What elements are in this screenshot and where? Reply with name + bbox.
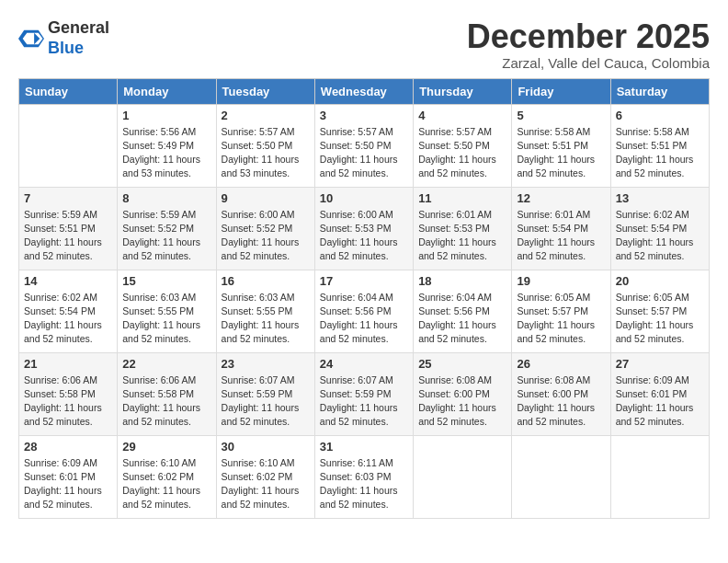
day-cell: [414, 435, 512, 518]
day-number: 12: [517, 191, 605, 205]
day-number: 5: [517, 109, 605, 122]
day-cell: 31Sunrise: 6:11 AMSunset: 6:03 PMDayligh…: [314, 435, 413, 518]
day-info: Sunrise: 5:57 AMSunset: 5:50 PMDaylight:…: [222, 125, 310, 181]
day-info: Sunrise: 6:03 AMSunset: 5:55 PMDaylight:…: [122, 291, 210, 347]
day-number: 11: [418, 191, 506, 205]
week-row-1: 1Sunrise: 5:56 AMSunset: 5:49 PMDaylight…: [19, 104, 710, 187]
day-cell: 28Sunrise: 6:09 AMSunset: 6:01 PMDayligh…: [19, 435, 118, 518]
day-number: 8: [122, 191, 210, 205]
day-number: 17: [320, 274, 408, 288]
col-header-saturday: Saturday: [610, 78, 709, 104]
day-info: Sunrise: 6:08 AMSunset: 6:00 PMDaylight:…: [418, 373, 506, 430]
day-info: Sunrise: 6:09 AMSunset: 6:01 PMDaylight:…: [616, 373, 704, 430]
day-info: Sunrise: 6:03 AMSunset: 5:55 PMDaylight:…: [222, 291, 310, 347]
logo-general-text: General: [48, 18, 109, 37]
day-number: 3: [320, 109, 408, 122]
month-title: December 2025: [467, 18, 710, 55]
day-cell: 1Sunrise: 5:56 AMSunset: 5:49 PMDaylight…: [118, 104, 216, 187]
day-info: Sunrise: 5:57 AMSunset: 5:50 PMDaylight:…: [418, 125, 506, 181]
day-info: Sunrise: 6:06 AMSunset: 5:58 PMDaylight:…: [122, 373, 210, 430]
location-text: Zarzal, Valle del Cauca, Colombia: [467, 55, 710, 71]
day-info: Sunrise: 5:58 AMSunset: 5:51 PMDaylight:…: [517, 125, 605, 181]
col-header-friday: Friday: [512, 78, 610, 104]
day-info: Sunrise: 6:10 AMSunset: 6:02 PMDaylight:…: [222, 456, 310, 512]
day-number: 31: [320, 440, 408, 454]
col-header-tuesday: Tuesday: [216, 78, 314, 104]
day-info: Sunrise: 6:04 AMSunset: 5:56 PMDaylight:…: [320, 291, 408, 347]
day-info: Sunrise: 6:01 AMSunset: 5:53 PMDaylight:…: [418, 208, 506, 264]
day-number: 10: [320, 191, 408, 205]
day-cell: 15Sunrise: 6:03 AMSunset: 5:55 PMDayligh…: [118, 270, 216, 352]
day-info: Sunrise: 6:11 AMSunset: 6:03 PMDaylight:…: [320, 456, 408, 512]
col-header-sunday: Sunday: [19, 78, 118, 104]
logo-blue-text: Blue: [48, 39, 84, 57]
day-cell: 11Sunrise: 6:01 AMSunset: 5:53 PMDayligh…: [414, 187, 512, 270]
day-number: 16: [222, 274, 310, 288]
day-cell: [19, 104, 118, 187]
day-number: 29: [122, 440, 210, 454]
day-cell: 4Sunrise: 5:57 AMSunset: 5:50 PMDaylight…: [414, 104, 512, 187]
day-info: Sunrise: 6:07 AMSunset: 5:59 PMDaylight:…: [320, 373, 408, 430]
day-cell: 17Sunrise: 6:04 AMSunset: 5:56 PMDayligh…: [314, 270, 413, 352]
day-cell: 29Sunrise: 6:10 AMSunset: 6:02 PMDayligh…: [118, 435, 216, 518]
day-number: 30: [222, 440, 310, 454]
day-cell: 12Sunrise: 6:01 AMSunset: 5:54 PMDayligh…: [512, 187, 610, 270]
week-row-3: 14Sunrise: 6:02 AMSunset: 5:54 PMDayligh…: [19, 270, 710, 352]
day-number: 6: [616, 109, 704, 122]
day-info: Sunrise: 6:05 AMSunset: 5:57 PMDaylight:…: [517, 291, 605, 347]
day-number: 19: [517, 274, 605, 288]
day-number: 28: [24, 440, 112, 454]
day-number: 2: [222, 109, 310, 122]
day-cell: 3Sunrise: 5:57 AMSunset: 5:50 PMDaylight…: [314, 104, 413, 187]
day-cell: [512, 435, 610, 518]
day-info: Sunrise: 5:56 AMSunset: 5:49 PMDaylight:…: [122, 125, 210, 181]
day-info: Sunrise: 5:59 AMSunset: 5:51 PMDaylight:…: [24, 208, 112, 264]
day-cell: 2Sunrise: 5:57 AMSunset: 5:50 PMDaylight…: [216, 104, 314, 187]
day-cell: 25Sunrise: 6:08 AMSunset: 6:00 PMDayligh…: [414, 352, 512, 435]
header-row: SundayMondayTuesdayWednesdayThursdayFrid…: [19, 78, 710, 104]
day-cell: 13Sunrise: 6:02 AMSunset: 5:54 PMDayligh…: [610, 187, 709, 270]
day-cell: 7Sunrise: 5:59 AMSunset: 5:51 PMDaylight…: [19, 187, 118, 270]
day-cell: 8Sunrise: 5:59 AMSunset: 5:52 PMDaylight…: [118, 187, 216, 270]
day-cell: 14Sunrise: 6:02 AMSunset: 5:54 PMDayligh…: [19, 270, 118, 352]
col-header-monday: Monday: [118, 78, 216, 104]
day-number: 22: [122, 357, 210, 371]
day-number: 9: [222, 191, 310, 205]
week-row-4: 21Sunrise: 6:06 AMSunset: 5:58 PMDayligh…: [19, 352, 710, 435]
day-cell: 23Sunrise: 6:07 AMSunset: 5:59 PMDayligh…: [216, 352, 314, 435]
day-info: Sunrise: 5:57 AMSunset: 5:50 PMDaylight:…: [320, 125, 408, 181]
week-row-2: 7Sunrise: 5:59 AMSunset: 5:51 PMDaylight…: [19, 187, 710, 270]
page-header: General Blue December 2025 Zarzal, Valle…: [18, 18, 710, 71]
day-cell: 10Sunrise: 6:00 AMSunset: 5:53 PMDayligh…: [314, 187, 413, 270]
day-info: Sunrise: 6:09 AMSunset: 6:01 PMDaylight:…: [24, 456, 112, 512]
day-info: Sunrise: 6:02 AMSunset: 5:54 PMDaylight:…: [24, 291, 112, 347]
day-number: 26: [517, 357, 605, 371]
day-number: 7: [24, 191, 112, 205]
day-info: Sunrise: 6:01 AMSunset: 5:54 PMDaylight:…: [517, 208, 605, 264]
day-cell: 24Sunrise: 6:07 AMSunset: 5:59 PMDayligh…: [314, 352, 413, 435]
day-number: 13: [616, 191, 704, 205]
day-number: 4: [418, 109, 506, 122]
day-cell: 22Sunrise: 6:06 AMSunset: 5:58 PMDayligh…: [118, 352, 216, 435]
day-number: 1: [122, 109, 210, 122]
col-header-thursday: Thursday: [414, 78, 512, 104]
day-cell: 5Sunrise: 5:58 AMSunset: 5:51 PMDaylight…: [512, 104, 610, 187]
day-info: Sunrise: 5:59 AMSunset: 5:52 PMDaylight:…: [122, 208, 210, 264]
day-number: 27: [616, 357, 704, 371]
day-info: Sunrise: 6:00 AMSunset: 5:53 PMDaylight:…: [320, 208, 408, 264]
day-number: 14: [24, 274, 112, 288]
col-header-wednesday: Wednesday: [314, 78, 413, 104]
day-cell: 9Sunrise: 6:00 AMSunset: 5:52 PMDaylight…: [216, 187, 314, 270]
day-number: 23: [222, 357, 310, 371]
day-cell: 20Sunrise: 6:05 AMSunset: 5:57 PMDayligh…: [610, 270, 709, 352]
day-cell: 21Sunrise: 6:06 AMSunset: 5:58 PMDayligh…: [19, 352, 118, 435]
day-cell: 27Sunrise: 6:09 AMSunset: 6:01 PMDayligh…: [610, 352, 709, 435]
day-cell: 30Sunrise: 6:10 AMSunset: 6:02 PMDayligh…: [216, 435, 314, 518]
day-cell: 26Sunrise: 6:08 AMSunset: 6:00 PMDayligh…: [512, 352, 610, 435]
day-info: Sunrise: 6:06 AMSunset: 5:58 PMDaylight:…: [24, 373, 112, 430]
day-number: 24: [320, 357, 408, 371]
logo-icon: [18, 26, 44, 52]
week-row-5: 28Sunrise: 6:09 AMSunset: 6:01 PMDayligh…: [19, 435, 710, 518]
day-info: Sunrise: 6:02 AMSunset: 5:54 PMDaylight:…: [616, 208, 704, 264]
day-info: Sunrise: 6:05 AMSunset: 5:57 PMDaylight:…: [616, 291, 704, 347]
